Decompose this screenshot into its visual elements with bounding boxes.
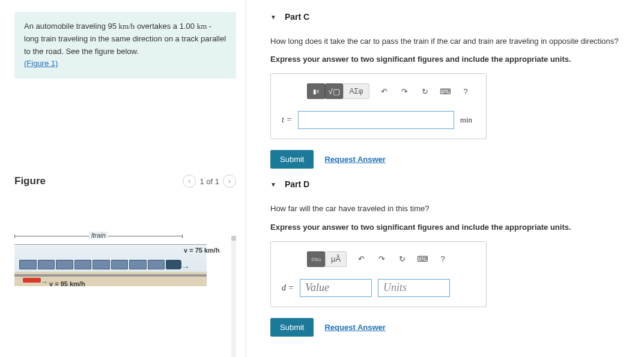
train-speed-label: v = 75 km/h: [184, 247, 220, 254]
part-c-header[interactable]: ▼ Part C: [270, 12, 626, 22]
symbols-button[interactable]: ΑΣφ: [343, 83, 369, 99]
part-d-title: Part D: [285, 179, 309, 189]
part-d-header[interactable]: ▼ Part D: [270, 179, 626, 189]
problem-text: An automobile traveling 95: [24, 22, 119, 31]
figure-pager-text: 1 of 1: [199, 177, 219, 186]
problem-unit: km/h: [119, 22, 135, 31]
part-d-request-answer-link[interactable]: Request Answer: [324, 323, 385, 332]
problem-statement: An automobile traveling 95 km/h overtake…: [14, 12, 236, 79]
problem-unit: km: [197, 22, 207, 31]
undo-icon[interactable]: ↶: [377, 84, 391, 98]
part-c-units: min: [460, 115, 472, 125]
car-arrow-icon: →: [41, 278, 48, 286]
keyboard-icon[interactable]: ⌨: [438, 84, 452, 98]
collapse-icon: ▼: [270, 181, 276, 188]
redo-icon[interactable]: ↷: [374, 252, 389, 266]
fraction-button[interactable]: ▭▭: [307, 251, 325, 267]
help-icon[interactable]: ?: [436, 252, 450, 266]
train-icon: [19, 260, 181, 269]
reset-icon[interactable]: ↻: [418, 84, 432, 98]
part-c-value-input[interactable]: [298, 111, 454, 129]
part-d-section: ▼ Part D How far will the car have trave…: [270, 179, 626, 336]
sqrt-button[interactable]: √▢: [325, 83, 343, 99]
figure-title: Figure: [14, 175, 46, 187]
part-c-title: Part C: [285, 12, 309, 22]
collapse-icon: ▼: [270, 14, 276, 20]
train-length-label: ltrain: [14, 236, 183, 244]
part-d-answer-box: ▭▭ μÅ ↶ ↷ ↻ ⌨ ? d = Units: [270, 241, 487, 307]
special-chars-button[interactable]: μÅ: [325, 251, 347, 267]
train-car-diagram: ltrain → v = 75 km/h → v = 95 km/h: [14, 236, 207, 296]
part-c-section: ▼ Part C How long does it take the car t…: [270, 12, 626, 169]
templates-button[interactable]: ▮x: [307, 83, 325, 99]
part-c-answer-box: ▮x √▢ ΑΣφ ↶ ↷ ↻ ⌨ ? t = min: [270, 73, 487, 139]
keyboard-icon[interactable]: ⌨: [415, 252, 430, 266]
part-c-variable: t =: [282, 115, 292, 125]
part-d-value-input[interactable]: [300, 279, 372, 297]
figure-pager: ‹ 1 of 1 ›: [183, 175, 236, 188]
figure-link[interactable]: (Figure 1): [24, 59, 58, 68]
part-c-submit-button[interactable]: Submit: [270, 150, 314, 169]
figure-prev-button[interactable]: ‹: [183, 175, 196, 188]
part-c-question: How long does it take the car to pass th…: [270, 36, 626, 47]
problem-text: overtakes a 1.00: [135, 22, 196, 31]
help-icon[interactable]: ?: [458, 84, 473, 98]
scrollbar-up-icon[interactable]: [231, 236, 236, 241]
undo-icon[interactable]: ↶: [354, 252, 368, 266]
part-c-request-answer-link[interactable]: Request Answer: [324, 155, 385, 164]
redo-icon[interactable]: ↷: [397, 84, 412, 98]
part-d-submit-button[interactable]: Submit: [270, 318, 314, 337]
part-d-instruction: Express your answer to two significant f…: [270, 222, 626, 233]
reset-icon[interactable]: ↻: [395, 252, 409, 266]
car-icon: [23, 278, 41, 283]
part-c-instruction: Express your answer to two significant f…: [270, 54, 626, 65]
part-d-question: How far will the car have traveled in th…: [270, 203, 626, 214]
train-arrow-icon: →: [181, 262, 190, 272]
figure-next-button[interactable]: ›: [223, 175, 236, 188]
part-d-units-input[interactable]: Units: [378, 279, 450, 297]
car-speed-label: v = 95 km/h: [49, 280, 85, 287]
figure-panel: ltrain → v = 75 km/h → v = 95 km/h: [14, 236, 236, 357]
part-d-variable: d =: [282, 283, 294, 293]
